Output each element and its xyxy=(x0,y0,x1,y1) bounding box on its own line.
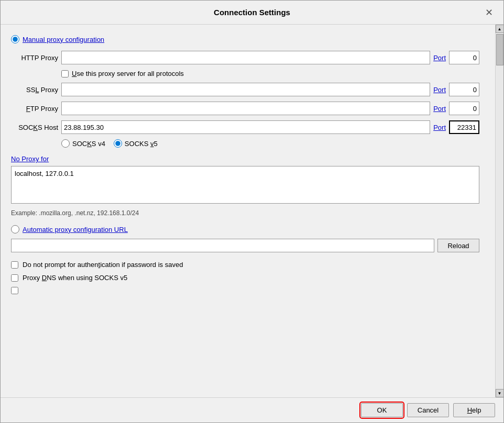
cancel-button[interactable]: Cancel xyxy=(407,403,449,417)
socks-v5-radio[interactable] xyxy=(114,139,122,148)
socks-v5-option: SOCKS v5 xyxy=(114,139,158,148)
use-all-protocols-label: Use this proxy server for all protocols xyxy=(72,70,184,77)
ok-button[interactable]: OK xyxy=(361,403,403,417)
http-proxy-label: HTTP Proxy xyxy=(11,54,58,62)
auto-proxy-url-row: Reload xyxy=(11,239,479,252)
title-bar: Connection Settings ✕ xyxy=(1,1,503,25)
socks-port-input[interactable] xyxy=(449,120,479,134)
no-proxy-textarea-wrapper: localhost, 127.0.0.1 xyxy=(11,166,479,205)
content-area: Manual proxy configuration HTTP Proxy Po… xyxy=(1,25,495,397)
socks-v4-label[interactable]: SOCKS v4 xyxy=(72,140,105,148)
scrollbar-down-arrow[interactable]: ▼ xyxy=(496,389,504,397)
extra-checkbox-row xyxy=(11,287,479,294)
help-button[interactable]: Help xyxy=(453,403,495,417)
close-button[interactable]: ✕ xyxy=(482,7,496,18)
ftp-port-input[interactable] xyxy=(449,102,479,115)
socks-host-label: SOCKS Host xyxy=(11,124,58,131)
scrollbar-thumb[interactable] xyxy=(496,34,503,65)
socks-v4-radio[interactable] xyxy=(61,139,70,148)
ssl-proxy-row: SSL Proxy Port xyxy=(11,83,479,96)
proxy-dns-checkbox[interactable] xyxy=(11,274,18,282)
http-proxy-row: HTTP Proxy Port xyxy=(11,51,479,64)
no-auth-prompt-checkbox[interactable] xyxy=(11,261,18,269)
ftp-proxy-label: FTP Proxy xyxy=(11,105,58,113)
extra-checkbox[interactable] xyxy=(11,287,18,294)
dialog-body: Manual proxy configuration HTTP Proxy Po… xyxy=(1,25,503,397)
example-text: Example: .mozilla.org, .net.nz, 192.168.… xyxy=(11,209,479,217)
ftp-port-label: Port xyxy=(433,105,446,113)
proxy-dns-label: Proxy DNS when using SOCKS v5 xyxy=(23,274,127,282)
manual-proxy-radio[interactable] xyxy=(11,35,19,43)
auto-proxy-label[interactable]: Automatic proxy configuration URL xyxy=(23,226,128,233)
auto-proxy-url-input[interactable] xyxy=(11,239,434,252)
socks-port-label: Port xyxy=(433,124,446,131)
scrollbar-up-arrow[interactable]: ▲ xyxy=(496,25,504,33)
scrollbar: ▲ ▼ xyxy=(495,25,503,397)
socks-host-input[interactable] xyxy=(61,120,430,134)
socks-version-row: SOCKS v4 SOCKS v5 xyxy=(61,139,479,148)
socks-v4-option: SOCKS v4 xyxy=(61,139,105,148)
proxy-dns-row: Proxy DNS when using SOCKS v5 xyxy=(11,274,479,282)
socks-v5-label[interactable]: SOCKS v5 xyxy=(125,140,158,148)
no-proxy-textarea[interactable]: localhost, 127.0.0.1 xyxy=(11,166,479,204)
use-all-protocols-row: Use this proxy server for all protocols xyxy=(61,70,479,77)
no-auth-prompt-label: Do not prompt for authentication if pass… xyxy=(23,261,183,269)
manual-proxy-label[interactable]: Manual proxy configuration xyxy=(23,36,104,43)
ssl-port-label: Port xyxy=(433,86,446,94)
dialog-footer: OK Cancel Help xyxy=(1,397,503,422)
manual-proxy-option: Manual proxy configuration xyxy=(11,35,479,43)
no-proxy-section: No Proxy for localhost, 127.0.0.1 Exampl… xyxy=(11,155,479,217)
no-auth-prompt-row: Do not prompt for authentication if pass… xyxy=(11,261,479,269)
http-proxy-input[interactable] xyxy=(61,51,430,64)
reload-button[interactable]: Reload xyxy=(437,239,479,252)
ssl-proxy-input[interactable] xyxy=(61,83,430,96)
http-port-input[interactable] xyxy=(449,51,479,64)
ftp-proxy-input[interactable] xyxy=(61,102,430,115)
no-proxy-label: No Proxy for xyxy=(11,155,479,163)
dialog-title: Connection Settings xyxy=(214,8,290,17)
use-all-protocols-checkbox[interactable] xyxy=(61,70,69,77)
auto-proxy-radio[interactable] xyxy=(11,225,19,233)
ssl-port-input[interactable] xyxy=(449,83,479,96)
socks-host-row: SOCKS Host Port xyxy=(11,120,479,134)
auto-proxy-option: Automatic proxy configuration URL xyxy=(11,225,479,233)
http-port-label: Port xyxy=(433,54,446,62)
ftp-proxy-row: FTP Proxy Port xyxy=(11,102,479,115)
ssl-proxy-label: SSL Proxy xyxy=(11,86,58,94)
connection-settings-dialog: Connection Settings ✕ Manual proxy confi… xyxy=(0,0,504,423)
